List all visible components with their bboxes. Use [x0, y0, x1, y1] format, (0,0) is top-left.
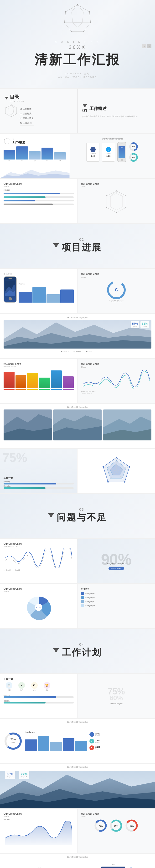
- geo-mini-icon: [4, 137, 11, 145]
- section01-number: 01: [82, 108, 87, 113]
- svg-point-16: [71, 31, 72, 32]
- landscape-svg: [4, 320, 151, 348]
- 90pct-right: 90% Target Achievement Learn More: [78, 539, 155, 583]
- plan-icon-2: ✓ 执行: [16, 682, 27, 691]
- big-90: 90%: [101, 552, 131, 567]
- infographic-title: Our Great Infographic: [73, 137, 152, 140]
- slide-sales: 收入大项目 & 销售 Revenue & Sales Our Great Cha…: [0, 359, 155, 403]
- phone-card: App: [117, 142, 126, 162]
- slide-section04: 04 工作计划: [0, 629, 155, 673]
- slide-project-intro: 项目/介绍 Progress: [0, 269, 155, 313]
- area-chart-icon: [4, 822, 74, 845]
- landscape-img-3: [103, 409, 151, 440]
- slide-infographic-9: Our Great Infographic: [0, 404, 155, 448]
- donut-1: 60%: [129, 142, 138, 151]
- legend-1: ■ Series A: [61, 351, 69, 352]
- sub-company: COMPANY 公司: [34, 72, 121, 75]
- slide-progress-10: 75% 工作计划 Planning Execution: [0, 449, 155, 493]
- chart-title-4b: Our Great Chart: [81, 183, 151, 185]
- section04-title: 工作计划: [62, 646, 102, 658]
- building-5: 4.5K: [101, 867, 125, 868]
- legend-item-4: Category D: [81, 604, 151, 607]
- sales-left: 收入大项目 & 销售 Revenue & Sales: [0, 359, 78, 403]
- overlay-stat-2: 72% Target B: [19, 771, 29, 779]
- project-intro-right: Our Great Chart Slides C Point Set Tips …: [78, 269, 155, 313]
- svg-marker-32: [107, 191, 126, 212]
- prev-arrow[interactable]: ‹: [142, 44, 147, 48]
- stat-row-3: ♥ 3.2K Users: [89, 745, 151, 750]
- landscape-img-2: [53, 409, 102, 440]
- svg-point-15: [83, 31, 84, 32]
- plan-prog-2: Q2 60%: [4, 700, 74, 704]
- slide-section03: 03 问题与不足: [0, 494, 155, 538]
- sales-right: Our Great Chart Slides Point Set Tips He…: [78, 359, 155, 403]
- stat-row-2: ★ 1.8K Rating: [89, 739, 151, 743]
- chart-subtitle-4: Slides: [4, 185, 74, 187]
- svg-point-20: [17, 107, 17, 108]
- svg-point-23: [5, 114, 6, 114]
- plan-icon-1: 📋 计划: [4, 682, 14, 691]
- donut-2: 75%: [129, 153, 138, 162]
- slide-chart-18: Our Great Chart Slides 57K/116 Our Great…: [0, 809, 155, 853]
- menu-item-2: 02 项目进展: [20, 112, 34, 116]
- stat-box-1: 57% Growth: [131, 321, 139, 328]
- work-overview-right: Our Great Infographic f Facebook 2.4K ◢ …: [70, 134, 155, 178]
- legend-2: ■ Series B: [73, 351, 81, 352]
- svg-point-27: [4, 139, 4, 140]
- contents-title: 目录: [10, 94, 24, 100]
- contents-menu: 01 工作概述 02 项目进展 03 问题与不足 04 工作计划: [20, 107, 34, 126]
- geo-network-icon: [104, 190, 128, 214]
- svg-marker-33: [110, 193, 122, 210]
- section04-number: 04: [62, 643, 102, 646]
- slide-infographic-16: Our Great Infographic 70% Done Statistic…: [0, 719, 155, 763]
- sub-report: ANNUAL WORK REPORT: [34, 76, 121, 78]
- pie-right-13: Legend Category A Category B Category C …: [78, 584, 155, 628]
- svg-point-25: [7, 138, 8, 138]
- svg-point-21: [5, 107, 6, 108]
- progress-left-10: 75% 工作计划 Planning Execution: [0, 449, 78, 493]
- plan-icon-3: ⚙ 优化: [29, 682, 40, 691]
- svg-point-65: [24, 555, 25, 556]
- svg-line-42: [122, 196, 126, 196]
- svg-line-3: [78, 5, 89, 12]
- pie-chart-icon: STAR: [26, 594, 52, 620]
- donut-big-3: 60%: [125, 819, 138, 832]
- svg-text:Done: Done: [11, 742, 15, 743]
- svg-point-13: [90, 22, 91, 23]
- section02-title: 项目进展: [62, 241, 102, 253]
- svg-point-26: [10, 139, 10, 140]
- legend-item-3: Category C: [81, 600, 151, 603]
- chart-title-4: Our Great Chart: [4, 183, 74, 185]
- svg-text:STAR: STAR: [36, 607, 41, 609]
- legend-3: ■ Series C: [86, 351, 94, 352]
- section02-number: 02: [62, 238, 102, 241]
- svg-line-5: [72, 5, 78, 12]
- section03-title: 问题与不足: [57, 512, 107, 524]
- 90pct-left: Our Great Chart Slides / 57K/116 — Chart…: [0, 539, 78, 583]
- chart-18-right: Our Great Chart Slides 70% 80%: [78, 809, 155, 853]
- c-logo-icon: C: [107, 280, 126, 300]
- svg-marker-0: [64, 5, 91, 32]
- next-arrow[interactable]: ›: [147, 44, 151, 48]
- plan-icon-4: 🏆 目标: [42, 682, 52, 691]
- prog-b: Execution: [4, 485, 74, 489]
- project-intro-left: 项目/介绍 Progress: [0, 269, 78, 313]
- svg-line-2: [66, 5, 78, 12]
- work-overview-left: N1 工作/概述 Q1 Q2 Q3 Q4 Q: [0, 134, 70, 178]
- facebook-card: f Facebook 2.4K: [86, 143, 99, 162]
- svg-point-10: [77, 4, 78, 5]
- slide-section02: 02 项目进展: [0, 224, 155, 268]
- section02-content: 02 项目进展: [53, 238, 102, 255]
- menu-item-3: 03 问题与不足: [20, 116, 34, 121]
- progress-4: [4, 204, 74, 205]
- workplan-left-15: 工作计划 📋 计划 ✓ 执行 ⚙ 优化 🏆 目标 Q1 75%: [0, 674, 78, 718]
- svg-point-19: [11, 104, 12, 105]
- svg-point-22: [17, 114, 17, 114]
- legend-item-2: Category B: [81, 596, 151, 599]
- geo-sphere-icon: [62, 4, 93, 34]
- progress-right-10: [78, 449, 155, 493]
- main-title: 清新工作汇报: [34, 51, 121, 68]
- svg-marker-1: [72, 5, 83, 27]
- wave-chart-2: [4, 549, 74, 567]
- section03-content: 03 问题与不足: [48, 507, 107, 525]
